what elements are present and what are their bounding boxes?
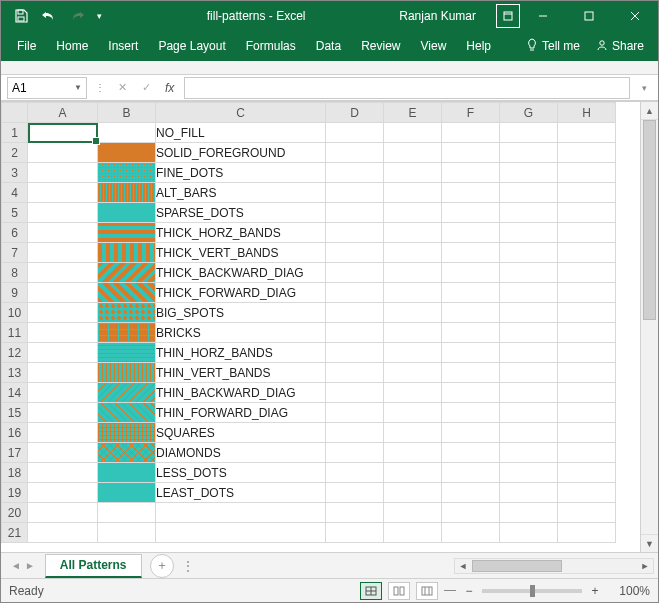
cell-F19[interactable] — [442, 483, 500, 503]
cell-E14[interactable] — [384, 383, 442, 403]
select-all-button[interactable] — [2, 103, 28, 123]
cell-G17[interactable] — [500, 443, 558, 463]
vertical-scrollbar[interactable]: ▲ ▼ — [640, 102, 658, 552]
worksheet-grid[interactable]: ABCDEFGH1NO_FILL2SOLID_FOREGROUND3FINE_D… — [1, 102, 640, 552]
cell-D18[interactable] — [326, 463, 384, 483]
cell-H5[interactable] — [558, 203, 616, 223]
cell-F15[interactable] — [442, 403, 500, 423]
cell-B21[interactable] — [98, 523, 156, 543]
cell-E4[interactable] — [384, 183, 442, 203]
cell-B16[interactable] — [98, 423, 156, 443]
cell-E7[interactable] — [384, 243, 442, 263]
cell-C10[interactable]: BIG_SPOTS — [156, 303, 326, 323]
cell-A21[interactable] — [28, 523, 98, 543]
save-button[interactable] — [9, 4, 33, 28]
zoom-value[interactable]: 100% — [608, 584, 650, 598]
row-header-3[interactable]: 3 — [2, 163, 28, 183]
cell-B2[interactable] — [98, 143, 156, 163]
column-header-E[interactable]: E — [384, 103, 442, 123]
cell-C1[interactable]: NO_FILL — [156, 123, 326, 143]
cell-F17[interactable] — [442, 443, 500, 463]
vertical-scroll-thumb[interactable] — [643, 120, 656, 320]
cell-E8[interactable] — [384, 263, 442, 283]
cell-F10[interactable] — [442, 303, 500, 323]
column-header-F[interactable]: F — [442, 103, 500, 123]
cell-H10[interactable] — [558, 303, 616, 323]
row-header-9[interactable]: 9 — [2, 283, 28, 303]
row-header-12[interactable]: 12 — [2, 343, 28, 363]
row-header-7[interactable]: 7 — [2, 243, 28, 263]
cell-F5[interactable] — [442, 203, 500, 223]
cell-D12[interactable] — [326, 343, 384, 363]
cell-F3[interactable] — [442, 163, 500, 183]
zoom-slider[interactable] — [482, 589, 582, 593]
enter-formula-button[interactable]: ✓ — [137, 79, 155, 97]
row-header-15[interactable]: 15 — [2, 403, 28, 423]
cell-F8[interactable] — [442, 263, 500, 283]
cell-G8[interactable] — [500, 263, 558, 283]
cell-D3[interactable] — [326, 163, 384, 183]
cell-E9[interactable] — [384, 283, 442, 303]
cell-E20[interactable] — [384, 503, 442, 523]
cell-D14[interactable] — [326, 383, 384, 403]
cell-G16[interactable] — [500, 423, 558, 443]
new-sheet-button[interactable]: ＋ — [150, 554, 174, 578]
cell-E1[interactable] — [384, 123, 442, 143]
row-header-16[interactable]: 16 — [2, 423, 28, 443]
page-break-view-button[interactable] — [416, 582, 438, 600]
cell-C13[interactable]: THIN_VERT_BANDS — [156, 363, 326, 383]
ribbon-tab-home[interactable]: Home — [46, 31, 98, 61]
cell-A20[interactable] — [28, 503, 98, 523]
scroll-down-button[interactable]: ▼ — [641, 534, 658, 552]
cell-A5[interactable] — [28, 203, 98, 223]
row-header-17[interactable]: 17 — [2, 443, 28, 463]
cell-G2[interactable] — [500, 143, 558, 163]
cell-A17[interactable] — [28, 443, 98, 463]
cell-E13[interactable] — [384, 363, 442, 383]
cell-H2[interactable] — [558, 143, 616, 163]
cell-D5[interactable] — [326, 203, 384, 223]
sheet-nav-prev-button[interactable]: ◄ — [11, 560, 21, 571]
column-header-C[interactable]: C — [156, 103, 326, 123]
cell-D4[interactable] — [326, 183, 384, 203]
cell-E12[interactable] — [384, 343, 442, 363]
zoom-out-button[interactable]: − — [462, 584, 476, 598]
cell-C11[interactable]: BRICKS — [156, 323, 326, 343]
cell-G13[interactable] — [500, 363, 558, 383]
row-header-8[interactable]: 8 — [2, 263, 28, 283]
cell-C16[interactable]: SQUARES — [156, 423, 326, 443]
cell-A7[interactable] — [28, 243, 98, 263]
horizontal-scrollbar[interactable]: ◄ ► — [202, 558, 659, 574]
cell-A11[interactable] — [28, 323, 98, 343]
cell-E2[interactable] — [384, 143, 442, 163]
cell-C17[interactable]: DIAMONDS — [156, 443, 326, 463]
cell-D20[interactable] — [326, 503, 384, 523]
ribbon-tab-formulas[interactable]: Formulas — [236, 31, 306, 61]
cell-G20[interactable] — [500, 503, 558, 523]
cell-F21[interactable] — [442, 523, 500, 543]
cell-E18[interactable] — [384, 463, 442, 483]
cell-B9[interactable] — [98, 283, 156, 303]
cell-A3[interactable] — [28, 163, 98, 183]
cell-C5[interactable]: SPARSE_DOTS — [156, 203, 326, 223]
row-header-19[interactable]: 19 — [2, 483, 28, 503]
cell-H17[interactable] — [558, 443, 616, 463]
horizontal-scroll-thumb[interactable] — [472, 560, 562, 572]
name-box[interactable]: A1 ▼ — [7, 77, 87, 99]
cell-B20[interactable] — [98, 503, 156, 523]
cell-G3[interactable] — [500, 163, 558, 183]
cell-G15[interactable] — [500, 403, 558, 423]
cell-A19[interactable] — [28, 483, 98, 503]
column-header-H[interactable]: H — [558, 103, 616, 123]
cell-D13[interactable] — [326, 363, 384, 383]
cell-D16[interactable] — [326, 423, 384, 443]
cell-H20[interactable] — [558, 503, 616, 523]
cell-G9[interactable] — [500, 283, 558, 303]
page-layout-view-button[interactable] — [388, 582, 410, 600]
share-button[interactable]: Share — [588, 31, 652, 61]
cell-H7[interactable] — [558, 243, 616, 263]
cell-E21[interactable] — [384, 523, 442, 543]
cell-C7[interactable]: THICK_VERT_BANDS — [156, 243, 326, 263]
zoom-slider-thumb[interactable] — [530, 585, 535, 597]
cell-H16[interactable] — [558, 423, 616, 443]
